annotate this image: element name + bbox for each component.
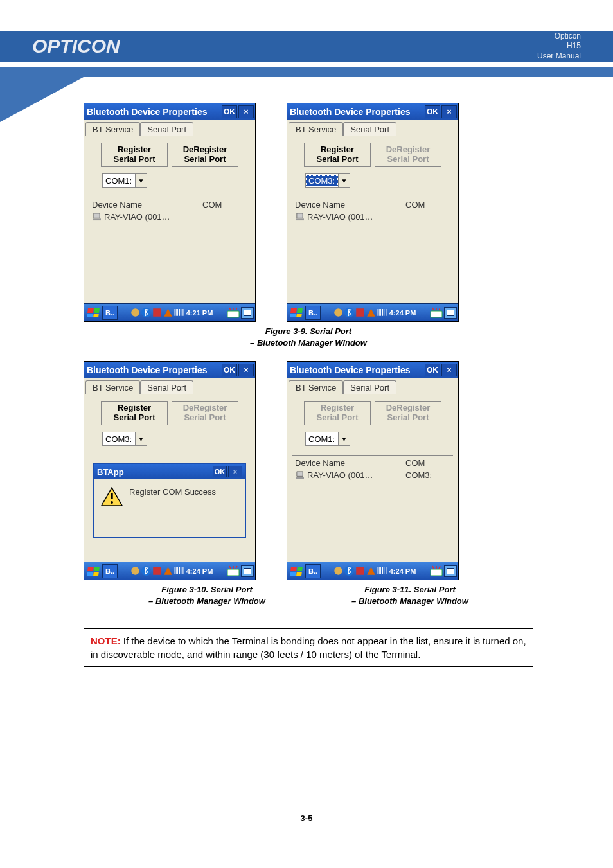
tab-body: Register Serial Port DeRegister Serial P… — [287, 394, 458, 562]
screenshot-row: Bluetooth Device Properties OK × BT Serv… — [84, 103, 533, 322]
chevron-down-icon[interactable]: ▼ — [135, 174, 147, 187]
com-port-combo[interactable]: COM3: ▼ — [305, 173, 350, 188]
device-row[interactable]: RAY-VIAO (001… COM3: — [292, 469, 453, 481]
system-tray: 4:24 PM — [321, 566, 429, 576]
com-port-combo[interactable]: COM1: ▼ — [305, 432, 350, 446]
taskbar: B.. 4:24 PM — [84, 562, 255, 580]
col-com: COM — [405, 200, 450, 209]
msgbox-ok-button[interactable]: OK — [213, 466, 227, 477]
clock[interactable]: 4:24 PM — [389, 567, 416, 575]
start-button[interactable] — [289, 564, 304, 578]
ok-button[interactable]: OK — [222, 105, 237, 118]
device-name: RAY-VIAO (001… — [104, 212, 170, 222]
device-row[interactable]: RAY-VIAO (001… — [89, 211, 250, 223]
system-tray: 4:24 PM — [118, 566, 226, 576]
tab-serial-port[interactable]: Serial Port — [343, 122, 396, 136]
start-button[interactable] — [85, 564, 101, 578]
taskbar-app-button[interactable]: B.. — [102, 306, 118, 320]
chevron-down-icon[interactable]: ▼ — [338, 432, 350, 445]
tray-icon[interactable] — [163, 308, 173, 317]
tray-icon[interactable] — [130, 308, 140, 317]
tab-bt-service[interactable]: BT Service — [289, 380, 343, 394]
doc-info: Opticon H15 User Manual — [537, 31, 581, 62]
taskbar: B.. 4:24 PM — [287, 303, 458, 321]
barcode-icon[interactable] — [174, 308, 184, 317]
bluetooth-icon[interactable] — [141, 308, 151, 317]
message-dialog: BTApp OK × Register COM Success — [93, 463, 246, 538]
close-button[interactable]: × — [441, 364, 457, 376]
keyboard-icon[interactable] — [227, 307, 240, 319]
device-name: RAY-VIAO (001… — [307, 212, 373, 222]
bluetooth-icon[interactable] — [344, 566, 354, 576]
register-serial-port-button[interactable]: Register Serial Port — [304, 143, 371, 167]
tab-body: Register Serial Port DeRegister Serial P… — [84, 136, 255, 303]
window-titlebar: Bluetooth Device Properties OK × — [287, 103, 458, 120]
deregister-serial-port-button[interactable]: DeRegister Serial Port — [172, 143, 238, 167]
barcode-icon[interactable] — [174, 566, 184, 576]
bt-properties-window: Bluetooth Device Properties OK × BT Serv… — [287, 103, 459, 322]
bt-properties-window: Bluetooth Device Properties OK × BT Serv… — [287, 361, 459, 580]
register-serial-port-button[interactable]: Register Serial Port — [101, 143, 168, 167]
tray-icon[interactable] — [333, 566, 343, 576]
show-desktop-icon[interactable] — [444, 307, 457, 319]
tab-body: Register Serial Port DeRegister Serial P… — [84, 394, 255, 562]
tray-icon[interactable] — [163, 566, 173, 576]
tab-serial-port[interactable]: Serial Port — [140, 380, 193, 394]
show-desktop-icon[interactable] — [241, 565, 254, 577]
window-titlebar: Bluetooth Device Properties OK × — [84, 103, 255, 120]
keyboard-icon[interactable] — [430, 565, 443, 577]
tray-icon[interactable] — [130, 566, 140, 576]
header-subband — [0, 67, 613, 77]
ok-button[interactable]: OK — [222, 364, 237, 376]
start-button[interactable] — [289, 306, 304, 320]
ok-button[interactable]: OK — [425, 105, 440, 118]
device-list-panel: Device Name COM RAY-VIAO (001… COM3: — [292, 455, 453, 481]
header-diagonal — [0, 77, 84, 122]
com-port-combo[interactable]: COM1: ▼ — [102, 173, 147, 188]
show-desktop-icon[interactable] — [444, 565, 457, 577]
keyboard-icon[interactable] — [430, 307, 443, 319]
tab-bt-service[interactable]: BT Service — [85, 122, 140, 136]
device-row[interactable]: RAY-VIAO (001… — [292, 211, 453, 223]
tab-bt-service[interactable]: BT Service — [85, 380, 140, 394]
barcode-icon[interactable] — [377, 308, 387, 317]
chevron-down-icon[interactable]: ▼ — [135, 432, 147, 445]
tray-icon[interactable] — [355, 308, 365, 317]
keyboard-icon[interactable] — [227, 565, 240, 577]
register-serial-port-button[interactable]: Register Serial Port — [101, 401, 168, 425]
taskbar-app-button[interactable]: B.. — [305, 306, 321, 320]
close-button[interactable]: × — [441, 105, 457, 118]
clock[interactable]: 4:24 PM — [186, 567, 213, 575]
show-desktop-icon[interactable] — [241, 307, 254, 319]
svg-rect-19 — [431, 311, 442, 317]
tray-icon[interactable] — [366, 566, 376, 576]
chevron-down-icon[interactable]: ▼ — [338, 174, 350, 187]
barcode-icon[interactable] — [377, 566, 387, 576]
device-icon — [295, 471, 305, 479]
clock[interactable]: 4:24 PM — [389, 309, 416, 317]
msgbox-text: Register COM Success — [129, 487, 216, 497]
opticon-logo: OPTICON — [32, 35, 120, 57]
ok-button[interactable]: OK — [425, 364, 440, 376]
combo-value: COM3: — [103, 434, 135, 445]
bluetooth-icon[interactable] — [141, 566, 151, 576]
tray-icon[interactable] — [366, 308, 376, 317]
tray-icon[interactable] — [355, 566, 365, 576]
clock[interactable]: 4:21 PM — [186, 309, 213, 317]
tray-icon[interactable] — [152, 308, 162, 317]
bluetooth-icon[interactable] — [344, 308, 354, 317]
close-button[interactable]: × — [238, 105, 254, 118]
close-button[interactable]: × — [238, 364, 254, 376]
taskbar-app-button[interactable]: B.. — [305, 564, 321, 578]
tab-serial-port[interactable]: Serial Port — [343, 380, 396, 394]
com-port-combo[interactable]: COM3: ▼ — [102, 432, 147, 446]
device-name: RAY-VIAO (001… — [307, 470, 373, 480]
tray-icon[interactable] — [152, 566, 162, 576]
taskbar-app-button[interactable]: B.. — [102, 564, 118, 578]
tab-bt-service[interactable]: BT Service — [289, 122, 343, 136]
start-button[interactable] — [85, 306, 101, 320]
tab-serial-port[interactable]: Serial Port — [140, 122, 193, 136]
tray-icon[interactable] — [333, 308, 343, 317]
doc-line: Opticon — [537, 31, 581, 42]
msgbox-title: BTApp — [97, 467, 124, 477]
